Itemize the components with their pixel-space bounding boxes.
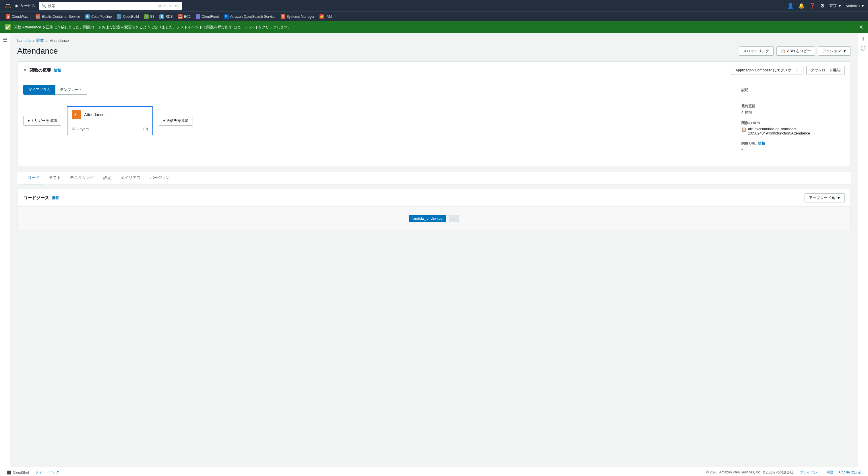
services-menu[interactable]: ⊞ サービス xyxy=(15,3,35,8)
function-layers: ≡ Layers (0) xyxy=(67,123,152,135)
systems-manager-icon: ⚙ xyxy=(281,14,285,19)
function-name: Attendance xyxy=(84,112,104,117)
banner-close-button[interactable]: ✕ xyxy=(859,25,863,30)
layers-icon: ≡ xyxy=(72,126,75,132)
grid-icon: ⊞ xyxy=(15,4,18,8)
throttle-button[interactable]: スロットリング xyxy=(739,46,774,56)
function-header: λ Attendance xyxy=(67,107,152,123)
url-label-text: 関数 URL xyxy=(741,141,756,145)
tab-template[interactable]: テンプレート xyxy=(55,85,87,95)
footer-copyright: © 2023, Amazon Web Services, Inc. またはその関… xyxy=(706,470,795,475)
download-button[interactable]: ダウンロード機能 xyxy=(806,66,845,75)
service-link-codepipeline[interactable]: ⚙ CodePipeline xyxy=(83,13,114,20)
action-button[interactable]: アクション ▼ xyxy=(818,46,851,56)
collapse-icon[interactable]: ▼ xyxy=(23,68,27,72)
card-header: ▼ 関数の概要 情報 Application Composer にエクスポート … xyxy=(18,62,850,79)
code-section: コードソース 情報 アップロード元 ▼ lambda_function.py .… xyxy=(17,189,851,230)
service-link-ec2[interactable]: 💻 EC2 xyxy=(176,13,193,20)
svg-text:aws: aws xyxy=(6,3,10,5)
aws-logo[interactable]: aws xyxy=(3,1,12,11)
nav-person-icon[interactable]: 👤 xyxy=(787,3,794,9)
service-link-systems-manager[interactable]: ⚙ Systems Manager xyxy=(278,13,317,20)
tab-monitoring[interactable]: モニタリング xyxy=(65,172,99,184)
arn-label: 関数の ARN xyxy=(741,121,839,126)
tab-test[interactable]: テスト xyxy=(44,172,65,184)
service-link-ecs[interactable]: 🐳 Elastic Container Service xyxy=(33,13,82,20)
upload-dropdown-icon: ▼ xyxy=(837,196,840,200)
code-title: コードソース 情報 xyxy=(23,195,59,201)
privacy-link[interactable]: プライバシー xyxy=(800,470,820,475)
cloudshell-label: CloudShell xyxy=(13,471,30,475)
service-link-opensearch[interactable]: 🔍 Amazon OpenSearch Service xyxy=(222,13,278,20)
tab-code[interactable]: コード xyxy=(23,172,44,184)
export-button[interactable]: Application Composer にエクスポート xyxy=(731,66,803,75)
service-link-s3[interactable]: 🪣 S3 xyxy=(142,13,157,20)
editor-tab-2[interactable]: ... xyxy=(449,215,459,222)
upload-button[interactable]: アップロード元 ▼ xyxy=(805,193,845,202)
service-link-cloudwatch[interactable]: ☁ CloudWatch xyxy=(3,13,33,20)
upload-label: アップロード元 xyxy=(809,195,835,200)
diagram-tabs: ダイアグラム テンプレート xyxy=(23,85,736,95)
feedback-link[interactable]: フィードバック xyxy=(35,470,59,475)
action-label: アクション xyxy=(823,48,841,54)
side-help-panel: ℹ ◯ xyxy=(858,33,868,467)
action-dropdown-icon: ▼ xyxy=(843,49,846,53)
cloudshell-icon: ⬛ xyxy=(7,471,11,475)
description-value: - xyxy=(741,94,839,98)
username-label: yakiniku xyxy=(846,4,860,8)
main-layout: ☰ Lambda › 関数 › Attendance Attendance スロ… xyxy=(0,33,868,467)
cloudshell-button[interactable]: ⬛ CloudShell xyxy=(7,471,30,475)
url-label: 関数 URL 情報 xyxy=(741,141,839,146)
code-info-link[interactable]: 情報 xyxy=(52,196,59,200)
nav-settings-icon[interactable]: ⚙ xyxy=(820,3,825,9)
info-arn: 関数の ARN 📋 arn:aws:lambda:ap-northeast-1:… xyxy=(741,121,839,135)
diagram-layout: ダイアグラム テンプレート + トリガーを追加 xyxy=(23,85,845,160)
url-info-link[interactable]: 情報 xyxy=(758,141,765,145)
add-destination-button[interactable]: + 送信先を追加 xyxy=(159,116,193,126)
search-icon: 🔍 xyxy=(42,4,46,8)
ec2-label: EC2 xyxy=(184,14,191,19)
tab-versions[interactable]: バージョン xyxy=(145,172,175,184)
service-link-rds[interactable]: 🗄 RDS xyxy=(157,13,175,20)
add-trigger-button[interactable]: + トリガーを追加 xyxy=(23,116,61,126)
cloudwatch-label: CloudWatch xyxy=(12,14,30,19)
function-overview-title: 関数の概要 xyxy=(30,68,51,73)
nav-region[interactable]: 東京 ▼ xyxy=(829,3,842,8)
service-link-iam[interactable]: 🔐 IAM xyxy=(317,13,334,20)
person-icon: 👤 xyxy=(787,3,794,9)
breadcrumb-lambda[interactable]: Lambda xyxy=(17,38,31,43)
nav-help-icon[interactable]: ❓ xyxy=(809,3,815,9)
settings-icon: ⚙ xyxy=(820,3,825,9)
overview-info-link[interactable]: 情報 xyxy=(54,68,61,73)
search-input[interactable] xyxy=(48,4,156,8)
service-link-codebuild[interactable]: 🔨 CodeBuild xyxy=(115,13,141,20)
arn-copy-icon[interactable]: 📋 xyxy=(741,127,746,132)
copy-arn-button[interactable]: 📋 ARN をコピー xyxy=(776,46,815,56)
nav-bell-icon[interactable]: 🔔 xyxy=(798,3,805,9)
side-info-icon[interactable]: ℹ xyxy=(862,36,864,42)
svg-rect-0 xyxy=(3,1,12,10)
footer-left: ⬛ CloudShell フィードバック xyxy=(7,470,59,475)
hamburger-menu-button[interactable]: ☰ xyxy=(3,37,7,43)
editor-tab-1[interactable]: lambda_function.py xyxy=(409,215,446,222)
cookie-link[interactable]: Cookie の設定 xyxy=(839,470,861,475)
ec2-icon: 💻 xyxy=(178,14,183,19)
breadcrumb-sep-2: › xyxy=(46,38,48,43)
tab-settings[interactable]: 設定 xyxy=(99,172,116,184)
systems-manager-label: Systems Manager xyxy=(287,14,315,19)
breadcrumb-functions[interactable]: 関数 xyxy=(36,38,44,43)
card-header-actions: Application Composer にエクスポート ダウンロード機能 xyxy=(731,66,845,75)
cloudfront-label: CloudFront xyxy=(202,14,219,19)
cloudwatch-icon: ☁ xyxy=(6,14,10,19)
success-banner: ✅ 関数 Attendance を正常に作成しました。関数コードおよび設定を変更… xyxy=(0,21,868,33)
terms-link[interactable]: 用語 xyxy=(826,470,833,475)
username-dropdown-icon: ▼ xyxy=(861,4,865,8)
nav-username[interactable]: yakiniku ▼ xyxy=(846,4,865,8)
service-link-cloudfront[interactable]: 🌐 CloudFront xyxy=(193,13,221,20)
side-circle-icon[interactable]: ◯ xyxy=(861,45,866,50)
arn-value-container: 📋 arn:aws:lambda:ap-northeast-1:05624049… xyxy=(741,127,839,135)
sidebar-toggle: ☰ xyxy=(0,33,10,467)
tab-aliases[interactable]: エイリアス xyxy=(116,172,145,184)
info-url: 関数 URL 情報 - xyxy=(741,141,839,151)
tab-diagram[interactable]: ダイアグラム xyxy=(23,85,55,95)
